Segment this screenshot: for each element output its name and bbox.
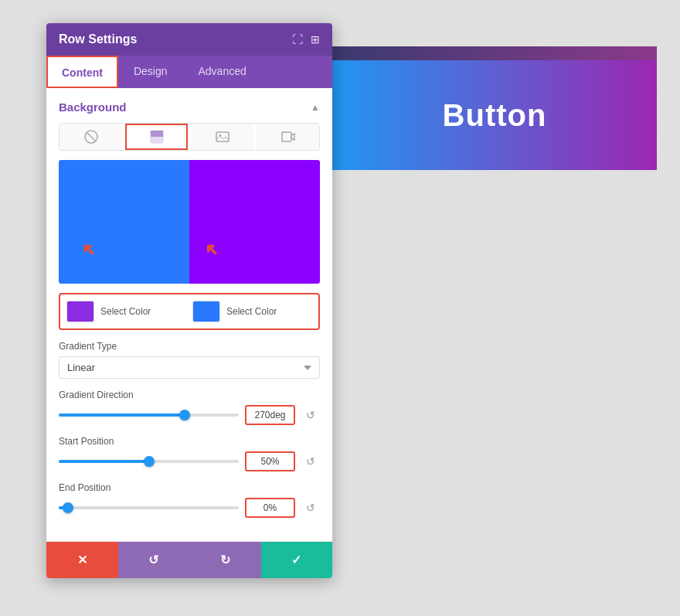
gradient-type-label: Gradient Type [59, 341, 320, 352]
section-title: Background [59, 100, 127, 114]
color-swatch-1[interactable] [66, 301, 94, 322]
panel-body: Background ▲ [46, 88, 332, 541]
start-position-group: Start Position ↺ [59, 436, 320, 471]
start-position-thumb[interactable] [144, 456, 155, 467]
collapse-icon[interactable]: ▲ [311, 102, 320, 113]
start-position-value-wrapper [245, 451, 295, 471]
panel-header-icons: ⛶ ⊞ [292, 33, 320, 46]
end-position-reset[interactable]: ↺ [301, 499, 320, 517]
end-position-value-wrapper [245, 498, 295, 518]
confirm-button[interactable]: ✓ [261, 542, 333, 578]
main-canvas: Button Row Settings ⛶ ⊞ Content Design A… [0, 0, 680, 616]
preview-top-bar [332, 46, 657, 60]
end-position-thumb[interactable] [63, 502, 73, 513]
panel-tabs: Content Design Advanced [46, 56, 332, 88]
start-position-fill [59, 460, 149, 463]
bg-video-btn[interactable] [257, 124, 319, 150]
expand-icon[interactable]: ⛶ [292, 33, 303, 46]
color-selector-label-2: Select Color [226, 306, 277, 317]
panel-header: Row Settings ⛶ ⊞ [46, 23, 332, 56]
end-position-label: End Position [59, 482, 320, 493]
end-position-track[interactable] [59, 506, 239, 509]
color-selector-2[interactable]: Select Color [192, 301, 312, 322]
preview-button-area: Button [332, 60, 657, 170]
color-swatch-2[interactable] [192, 301, 220, 322]
bg-none-btn[interactable] [60, 124, 122, 150]
bg-color-btn[interactable] [125, 124, 188, 150]
color-preview-right[interactable]: ➜ [189, 160, 320, 284]
gradient-direction-label: Gradient Direction [59, 390, 320, 400]
gradient-direction-slider-row: ↺ [59, 405, 320, 425]
section-header: Background ▲ [59, 100, 320, 114]
arrow-left: ➜ [76, 238, 100, 262]
cancel-button[interactable]: ✕ [46, 542, 118, 578]
gradient-direction-thumb[interactable] [179, 410, 190, 420]
end-position-slider-row: ↺ [59, 498, 320, 518]
color-selectors: Select Color Select Color [59, 293, 320, 330]
grid-icon[interactable]: ⊞ [311, 33, 320, 46]
tab-design[interactable]: Design [118, 56, 183, 88]
start-position-track[interactable] [59, 460, 239, 463]
color-selector-1[interactable]: Select Color [66, 301, 186, 322]
svg-line-1 [87, 132, 96, 141]
panel-footer: ✕ ↺ ↻ ✓ [46, 541, 332, 578]
start-position-reset[interactable]: ↺ [301, 452, 320, 471]
start-position-slider-row: ↺ [59, 451, 320, 471]
color-preview-container: ➜ ➜ [59, 160, 320, 284]
bg-type-icons [59, 123, 320, 151]
svg-rect-3 [216, 132, 229, 141]
gradient-direction-input[interactable] [245, 405, 295, 425]
row-settings-panel: Row Settings ⛶ ⊞ Content Design Advanced… [46, 23, 332, 578]
preview-button-text: Button [443, 98, 547, 133]
tab-content[interactable]: Content [46, 56, 118, 88]
redo-button[interactable]: ↻ [189, 542, 261, 578]
gradient-direction-value-wrapper [245, 405, 295, 425]
undo-button[interactable]: ↺ [118, 542, 190, 578]
bg-image-btn[interactable] [191, 124, 253, 150]
gradient-direction-group: Gradient Direction ↺ [59, 390, 320, 425]
preview-area: Button [332, 46, 657, 170]
panel-title: Row Settings [59, 32, 137, 46]
gradient-direction-track[interactable] [59, 414, 239, 417]
gradient-type-select[interactable]: Linear Radial [59, 356, 320, 379]
end-position-input[interactable] [245, 498, 295, 518]
tab-advanced[interactable]: Advanced [182, 56, 261, 88]
arrow-right: ➜ [199, 238, 223, 262]
color-selector-label-1: Select Color [100, 306, 151, 317]
color-preview-left[interactable]: ➜ [59, 160, 189, 284]
start-position-label: Start Position [59, 436, 320, 447]
svg-rect-5 [282, 132, 291, 141]
gradient-type-group: Gradient Type Linear Radial [59, 341, 320, 379]
gradient-direction-fill [59, 414, 185, 417]
end-position-group: End Position ↺ [59, 482, 320, 518]
gradient-direction-reset[interactable]: ↺ [301, 406, 320, 424]
start-position-input[interactable] [245, 451, 295, 471]
